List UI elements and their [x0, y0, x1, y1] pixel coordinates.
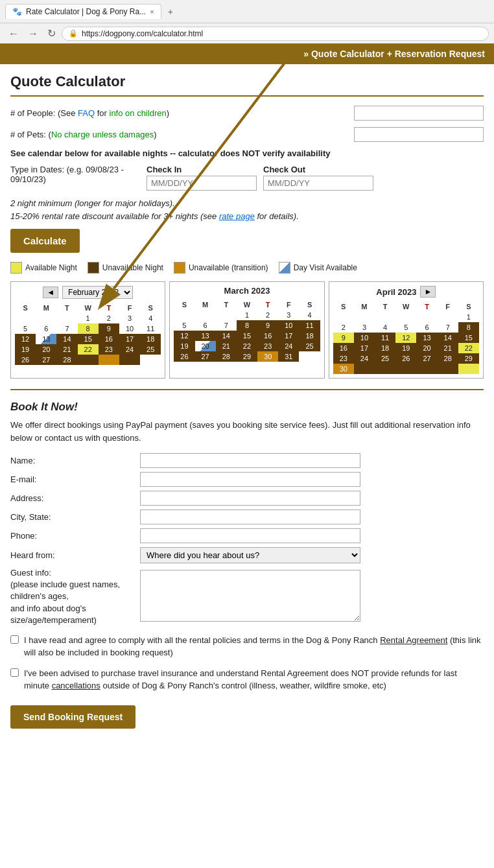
refresh-button[interactable]: ↻ — [44, 26, 59, 41]
table-row[interactable]: 30 — [257, 351, 278, 362]
table-row[interactable]: 13 — [195, 331, 216, 341]
table-row[interactable]: 4 — [375, 322, 395, 333]
heard-select[interactable]: Where did you hear about us? Google Airb… — [140, 547, 360, 563]
table-row[interactable]: 7 — [56, 323, 77, 334]
table-row[interactable]: 19 — [174, 341, 194, 351]
table-row[interactable]: 25 — [140, 344, 161, 355]
checkout-input[interactable] — [263, 176, 373, 191]
table-row[interactable]: 29 — [458, 353, 479, 364]
table-row[interactable]: 1 — [78, 313, 99, 323]
table-row[interactable]: 8 — [237, 320, 257, 331]
table-row[interactable]: 12 — [15, 334, 36, 344]
table-row[interactable]: 15 — [78, 334, 99, 344]
pets-input[interactable] — [354, 127, 484, 142]
tab-close-button[interactable]: × — [150, 8, 154, 16]
back-button[interactable]: ← — [5, 27, 22, 41]
table-row[interactable]: 28 — [438, 353, 458, 364]
faq-link[interactable]: FAQ — [78, 108, 95, 118]
table-row[interactable]: 1 — [237, 310, 257, 320]
table-row[interactable]: 19 — [15, 344, 36, 355]
table-row[interactable]: 21 — [56, 344, 77, 355]
table-row[interactable]: 28 — [216, 351, 237, 362]
table-row[interactable]: 14 — [216, 331, 237, 341]
address-bar[interactable]: 🔒 https://dogpony.com/calculator.html — [62, 27, 489, 41]
table-row[interactable]: 9 — [99, 323, 119, 334]
table-row[interactable]: 17 — [354, 343, 375, 353]
address-input[interactable] — [140, 491, 360, 506]
table-row[interactable]: 17 — [119, 334, 140, 344]
table-row[interactable]: 31 — [278, 351, 299, 362]
table-row[interactable]: 10 — [278, 320, 299, 331]
feb-prev-button[interactable]: ◄ — [43, 287, 58, 298]
table-row[interactable]: 11 — [299, 320, 320, 331]
city-input[interactable] — [140, 510, 360, 524]
table-row[interactable]: 15 — [458, 333, 479, 343]
table-row[interactable]: 10 — [354, 333, 375, 343]
table-row[interactable]: 6 — [416, 322, 437, 333]
checkin-input[interactable] — [147, 176, 257, 191]
table-row[interactable]: 26 — [395, 353, 416, 364]
phone-input[interactable] — [140, 528, 360, 543]
table-row[interactable]: 18 — [299, 331, 320, 341]
table-row[interactable]: 9 — [333, 333, 354, 343]
forward-button[interactable]: → — [25, 27, 41, 41]
table-row[interactable]: 11 — [140, 323, 161, 334]
table-row[interactable]: 24 — [119, 344, 140, 355]
table-row[interactable]: 23 — [99, 344, 119, 355]
table-row[interactable]: 5 — [395, 322, 416, 333]
table-row[interactable]: 1 — [458, 312, 479, 322]
table-row[interactable]: 14 — [438, 333, 458, 343]
rental-agreement-link[interactable]: Rental Agreement — [380, 635, 447, 645]
table-row[interactable]: 25 — [299, 341, 320, 351]
apr-next-button[interactable]: ► — [420, 286, 436, 298]
table-row[interactable]: 3 — [278, 310, 299, 320]
table-row[interactable]: 25 — [375, 353, 395, 364]
table-row[interactable]: 9 — [257, 320, 278, 331]
table-row[interactable]: 27 — [416, 353, 437, 364]
table-row[interactable]: 2 — [257, 310, 278, 320]
table-row[interactable]: 13 — [416, 333, 437, 343]
table-row[interactable]: 30 — [333, 364, 354, 374]
table-row[interactable]: 24 — [278, 341, 299, 351]
table-row[interactable]: 18 — [375, 343, 395, 353]
table-row[interactable]: 12 — [395, 333, 416, 343]
table-row[interactable]: 20 — [195, 341, 216, 351]
table-row[interactable]: 22 — [458, 343, 479, 353]
table-row[interactable]: 6 — [195, 320, 216, 331]
people-input[interactable] — [354, 106, 484, 121]
table-row[interactable]: 2 — [333, 322, 354, 333]
table-row[interactable]: 28 — [56, 355, 77, 365]
table-row[interactable]: 5 — [174, 320, 194, 331]
table-row[interactable]: 23 — [257, 341, 278, 351]
table-row[interactable]: 15 — [237, 331, 257, 341]
table-row[interactable]: 3 — [119, 313, 140, 323]
table-row[interactable]: 3 — [354, 322, 375, 333]
table-row[interactable]: 20 — [416, 343, 437, 353]
table-row[interactable]: 13 — [36, 334, 56, 344]
table-row[interactable]: 26 — [174, 351, 194, 362]
table-row[interactable]: 7 — [216, 320, 237, 331]
travel-insurance-checkbox[interactable] — [10, 668, 19, 677]
table-row[interactable]: 10 — [119, 323, 140, 334]
table-row[interactable]: 4 — [299, 310, 320, 320]
table-row[interactable]: 16 — [333, 343, 354, 353]
table-row[interactable]: 27 — [36, 355, 56, 365]
table-row[interactable]: 8 — [458, 322, 479, 333]
calculate-button[interactable]: Calculate — [10, 229, 80, 253]
table-row[interactable]: 2 — [99, 313, 119, 323]
table-row[interactable]: 20 — [36, 344, 56, 355]
table-row[interactable]: 21 — [438, 343, 458, 353]
cancellations-link[interactable]: cancellations — [52, 681, 100, 690]
email-input[interactable] — [140, 472, 360, 487]
table-row[interactable]: 26 — [15, 355, 36, 365]
table-row[interactable]: 5 — [15, 323, 36, 334]
feb-month-select[interactable]: February 2023 — [62, 286, 133, 299]
table-row[interactable]: 29 — [237, 351, 257, 362]
table-row[interactable]: 18 — [140, 334, 161, 344]
table-row[interactable]: 17 — [278, 331, 299, 341]
table-row[interactable]: 21 — [216, 341, 237, 351]
name-input[interactable] — [140, 453, 360, 468]
guest-textarea[interactable] — [140, 570, 360, 622]
table-row[interactable]: 7 — [438, 322, 458, 333]
table-row[interactable]: 16 — [257, 331, 278, 341]
